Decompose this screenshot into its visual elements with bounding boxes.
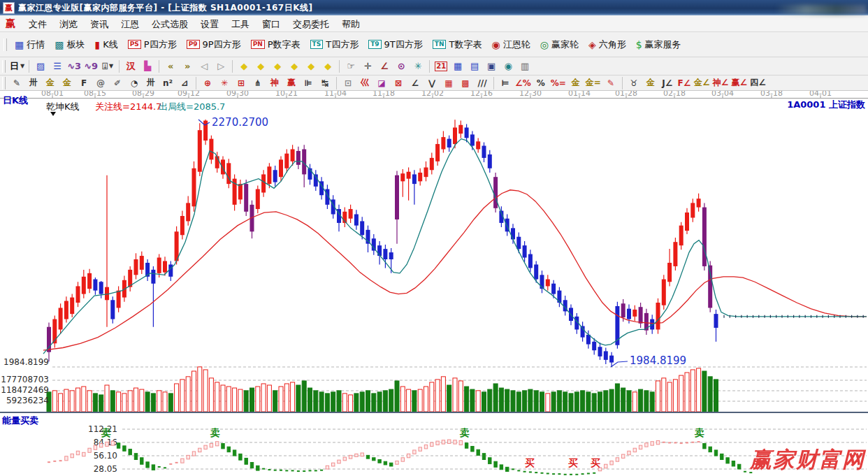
winner-wheel-button[interactable]: ◎赢家轮 [536, 36, 583, 53]
menu-item-0[interactable]: 文件 [22, 17, 53, 31]
box-frame-icon[interactable]: ⊡ [340, 76, 356, 89]
menu-item-3[interactable]: 江恩 [115, 17, 145, 31]
gold-ratio-icon[interactable]: 金 [43, 76, 58, 89]
kline-chart-svg[interactable]: 08-0108-1508-2909-1209-3010-2111-0411-18… [0, 91, 868, 476]
next-button[interactable]: ▷ [213, 59, 229, 73]
prev-button[interactable]: ◁ [196, 59, 212, 73]
crosshair-tool-icon[interactable]: ✛ [360, 59, 375, 73]
nine-p-square-button[interactable]: P99P四方形 [182, 36, 245, 53]
red-grid2-icon[interactable]: ▩ [458, 76, 473, 89]
f-angle-icon[interactable]: F∠ [677, 76, 692, 89]
gann-fan-icon[interactable]: 巛 [357, 76, 372, 89]
ruler-123-icon[interactable]: ⊫ [301, 76, 316, 89]
gann-diamond-right-icon[interactable]: ◆ [253, 59, 268, 73]
hanzi-marker-icon[interactable]: 汉 [123, 59, 138, 73]
spiral-icon[interactable]: @ [93, 76, 108, 89]
save-icon[interactable]: ▣ [484, 59, 499, 73]
percent-line-icon[interactable]: %= [550, 76, 567, 89]
menu-item-8[interactable]: 交易委托 [287, 17, 335, 31]
gold-line-icon[interactable]: 金= [585, 76, 602, 89]
j-angle-icon[interactable]: J∠ [660, 76, 675, 89]
hand-tool-icon[interactable]: ☞ [343, 59, 359, 73]
bull-icon[interactable]: ♉ [626, 76, 642, 89]
red-pen-icon[interactable]: ✎ [603, 76, 619, 89]
n-square-icon[interactable]: n² [160, 76, 175, 89]
shen-angle-icon[interactable]: 神∠ [712, 76, 730, 89]
calculator-icon[interactable]: ▦ [450, 59, 465, 73]
first-page-button[interactable]: « [163, 59, 178, 73]
mini-kline-icon[interactable]: ⋔ [250, 76, 266, 89]
red-web-icon[interactable]: ⊞ [233, 76, 249, 89]
menu-item-4[interactable]: 公式选股 [145, 17, 194, 31]
win-angle-icon[interactable]: 赢∠ [730, 76, 748, 89]
shen-tool-icon[interactable]: 神 [267, 76, 282, 89]
menu-item-7[interactable]: 窗口 [256, 17, 287, 31]
red-grid-icon[interactable]: ▦ [441, 76, 456, 89]
time-lines-icon[interactable]: 卅 [143, 76, 159, 89]
kline-button[interactable]: ▮K线 [90, 36, 122, 53]
printer-icon[interactable]: ▥ [517, 59, 533, 73]
gann-diamond-both-icon[interactable]: ◆ [270, 59, 285, 73]
menu-item-2[interactable]: 资讯 [84, 17, 115, 31]
percent-angle-icon[interactable]: ∠% [514, 76, 532, 89]
globe-icon[interactable]: ◉ [500, 59, 516, 73]
gann-diamond-star-icon[interactable]: ◆ [287, 59, 302, 73]
menu-item-5[interactable]: 设置 [194, 17, 225, 31]
winner-service-button[interactable]: $赢家服务 [632, 36, 686, 53]
gold-angle-icon[interactable]: 金 [643, 76, 658, 89]
gann-diamond-plain-icon[interactable]: ◆ [320, 59, 335, 73]
calendar-21-icon[interactable]: 21 [433, 59, 449, 73]
span-measure-icon[interactable]: ↹ [317, 76, 333, 89]
menu-item-9[interactable]: 帮助 [335, 17, 366, 31]
red-target-icon[interactable]: ⊕ [200, 76, 215, 89]
t-square-button[interactable]: TST四方形 [306, 36, 363, 53]
gann-wheel-button[interactable]: ◉江恩轮 [487, 36, 534, 53]
red-star-grid-icon[interactable]: ✳ [217, 76, 232, 89]
fan-grid-icon[interactable]: ⊠ [391, 76, 406, 89]
cycle-clock-icon[interactable]: ◔ [126, 76, 142, 89]
chart-window-icon[interactable]: ▨ [33, 59, 48, 73]
angle-measure-icon[interactable]: ∠ [377, 59, 392, 73]
kline-type-caret-icon[interactable] [50, 112, 56, 116]
grid-lines-icon[interactable]: 卅 [26, 76, 41, 89]
document-icon[interactable]: ▤ [467, 59, 482, 73]
win-tool-icon[interactable]: 赢 [284, 76, 299, 89]
wave-9-icon[interactable]: ∿9 [83, 59, 99, 73]
star-tool-icon[interactable]: ✳ [410, 59, 426, 73]
gold-angle2-icon[interactable]: 金∠ [693, 76, 711, 89]
dropper-tool-icon[interactable]: ⍗▼ [100, 59, 115, 73]
v-check-icon[interactable]: ⋁ [424, 76, 440, 89]
hexagon-button[interactable]: ◈六角形 [584, 36, 630, 53]
p-number-table-button[interactable]: PNP数字表 [247, 36, 305, 53]
menu-item-6[interactable]: 工具 [225, 17, 256, 31]
gold-section-icon[interactable]: 金 [59, 76, 75, 89]
gann-diamond-left-icon[interactable]: ◆ [236, 59, 252, 73]
oscillator-candle [500, 465, 502, 470]
angle-ruler-icon[interactable]: ⊿ [177, 76, 192, 89]
percent-icon[interactable]: % [533, 76, 549, 89]
color-bars-icon[interactable]: ▙ [140, 59, 155, 73]
trend-angle-icon[interactable]: ∠ [407, 76, 423, 89]
fibonacci-icon[interactable]: F [76, 76, 92, 89]
market-quotes-button[interactable]: ▦行情 [10, 36, 49, 53]
last-page-button[interactable]: » [180, 59, 195, 73]
pen-ruler-icon[interactable]: ✐ [110, 76, 125, 89]
slash-lines-icon[interactable]: /// [475, 76, 490, 89]
menu-item-1[interactable]: 浏览 [53, 17, 84, 31]
four-angle-icon[interactable]: 四∠ [749, 76, 767, 89]
t-number-table-button[interactable]: TNT数字表 [428, 36, 486, 53]
percent-ruler-icon[interactable]: ⊨ [498, 76, 513, 89]
mask-tool-icon[interactable]: ⊙ [393, 59, 409, 73]
kline-period-button[interactable]: 日▼ [9, 59, 25, 73]
nine-t-square-button[interactable]: T99T四方形 [364, 36, 427, 53]
sell-marker: 卖 [694, 427, 704, 438]
chart-area[interactable]: 08-0108-1508-2909-1209-3010-2111-0411-18… [0, 91, 868, 476]
wave-3-icon[interactable]: ∿3 [66, 59, 82, 73]
p-square-button[interactable]: PSP四方形 [124, 36, 181, 53]
list-view-icon[interactable]: ☰ [50, 59, 65, 73]
pen-tool-icon[interactable]: ✎ [9, 76, 24, 89]
sector-blocks-button[interactable]: ▩板块 [50, 36, 89, 53]
gold-circle-icon[interactable]: 金 [568, 76, 584, 89]
gann-diamond-star2-icon[interactable]: ◆ [303, 59, 319, 73]
fan-box-icon[interactable]: ◪ [374, 76, 389, 89]
